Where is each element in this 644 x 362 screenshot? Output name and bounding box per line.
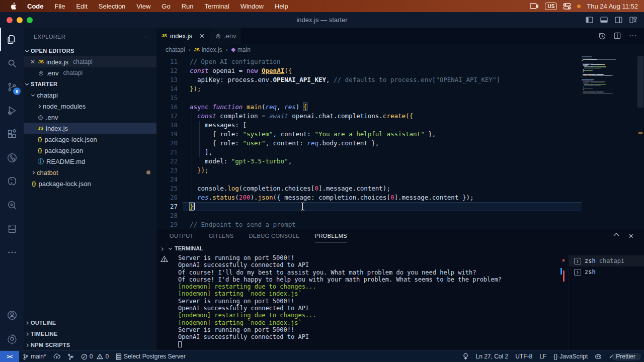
explorer-actions-icon[interactable]: ··· [143, 34, 150, 40]
extensions-icon[interactable] [0, 122, 24, 146]
line-number[interactable]: 22 [156, 157, 183, 166]
line-numbers[interactable]: 11121314151617181920212223242526272829 [156, 57, 183, 229]
close-icon[interactable]: ✕ [30, 58, 36, 65]
panel-tab-debug-console[interactable]: DEBUG CONSOLE [249, 229, 300, 242]
gitlens-icon[interactable] [0, 146, 24, 169]
menu-terminal[interactable]: Terminal [199, 3, 235, 10]
panel-tab-output[interactable]: OUTPUT [170, 229, 194, 242]
tree-item-chatapi[interactable]: chatapi [24, 89, 156, 101]
terminal-output[interactable]: Server is running on port 5000!!OpenAI s… [156, 254, 569, 350]
line-number[interactable]: 13 [156, 75, 183, 84]
keyboard-layout-badge[interactable]: US [545, 3, 557, 10]
postgres-server-item[interactable]: Select Postgres Server [112, 351, 189, 362]
tree-item-chatbot[interactable]: chatbot [24, 167, 156, 178]
panel-maximize-icon[interactable] [613, 232, 619, 240]
line-number[interactable]: 19 [156, 130, 183, 139]
terminal-instance-zsh-chatapi[interactable]: ❯ zsh chatapi [569, 255, 644, 266]
toggle-secondary-sidebar-icon[interactable] [615, 17, 622, 23]
line-number[interactable]: 15 [156, 94, 183, 103]
run-debug-icon[interactable] [0, 99, 24, 122]
gitlens-graph-icon[interactable] [64, 351, 77, 362]
menu-file[interactable]: File [49, 3, 71, 10]
code-lines[interactable]: // Open AI configurationconst openai = n… [183, 57, 500, 229]
section-npm-scripts[interactable]: NPM SCRIPTS [24, 339, 156, 350]
gitlens-inspect-icon[interactable] [0, 193, 24, 217]
ports-icon[interactable] [459, 353, 472, 360]
terminal-section-label[interactable]: TERMINAL [175, 245, 203, 251]
line-number[interactable]: 29 [156, 220, 183, 229]
cursor-position-item[interactable]: Ln 27, Col 2 [472, 353, 512, 360]
remote-explorer-icon[interactable] [0, 217, 24, 240]
screen-mirror-icon[interactable] [530, 3, 539, 10]
line-number[interactable]: 18 [156, 121, 183, 130]
close-tab-icon[interactable]: ✕ [199, 32, 205, 40]
line-number[interactable]: 14 [156, 84, 183, 94]
code-editor[interactable]: 11121314151617181920212223242526272829 /… [156, 55, 644, 229]
source-control-icon[interactable]: 8 [0, 75, 24, 99]
menu-edit[interactable]: Edit [70, 3, 93, 10]
line-number[interactable]: 28 [156, 211, 183, 220]
copilot-icon[interactable] [591, 353, 605, 359]
line-number[interactable]: 16 [156, 103, 183, 112]
zoom-window-button[interactable] [27, 17, 33, 23]
line-number[interactable]: 20 [156, 139, 183, 148]
menu-view[interactable]: View [131, 3, 156, 10]
tab-index.js[interactable]: JSindex.js ✕ [156, 28, 210, 44]
line-number[interactable]: 25 [156, 184, 183, 193]
problems-item[interactable]: 0 0 [77, 351, 112, 362]
open-editor-index.js[interactable]: ✕ JS index.js chatapi [24, 56, 156, 67]
menu-help[interactable]: Help [269, 3, 294, 10]
toggle-panel-icon[interactable] [600, 17, 608, 23]
section-timeline[interactable]: TIMELINE [24, 328, 156, 339]
menu-clock[interactable]: Thu 24 Aug 11:52 [587, 3, 638, 10]
encoding-item[interactable]: UTF-8 [512, 353, 536, 360]
eol-item[interactable]: LF [536, 353, 550, 360]
tree-item-index.js[interactable]: JSindex.js [24, 123, 156, 134]
split-editor-icon[interactable] [614, 32, 621, 39]
breadcrumb-chatapi[interactable]: chatapi [166, 46, 185, 53]
panel-expand-chevron-icon[interactable] [160, 245, 163, 251]
tree-item-.env[interactable]: .env [24, 112, 156, 123]
line-number[interactable]: 21 [156, 148, 183, 157]
more-views-icon[interactable] [0, 240, 24, 264]
editor-scrollbar[interactable] [637, 55, 644, 229]
menu-go[interactable]: Go [156, 3, 176, 10]
toggle-primary-sidebar-icon[interactable] [586, 17, 593, 23]
section-outline[interactable]: OUTLINE [24, 317, 156, 328]
tree-item-package-lock.json[interactable]: {}package-lock.json [24, 178, 156, 189]
close-window-button[interactable] [7, 17, 13, 23]
menu-window[interactable]: Window [235, 3, 269, 10]
panel-close-icon[interactable]: ✕ [628, 232, 634, 240]
line-number[interactable]: 26 [156, 193, 183, 202]
starter-section[interactable]: STARTER [24, 78, 156, 89]
minimize-window-button[interactable] [17, 17, 23, 23]
tree-item-node_modules[interactable]: node_modules [24, 101, 156, 112]
line-number[interactable]: 27 [156, 202, 183, 211]
menu-code[interactable]: Code [22, 3, 49, 10]
open-editor-.env[interactable]: .env chatapi [24, 67, 156, 78]
account-icon[interactable] [0, 303, 24, 327]
postgres-icon[interactable] [0, 169, 24, 193]
menu-run[interactable]: Run [176, 3, 199, 10]
tree-item-README.md[interactable]: iREADME.md [24, 156, 156, 167]
line-number[interactable]: 17 [156, 112, 183, 121]
terminal-instance-zsh[interactable]: ❯ zsh [569, 266, 644, 278]
minimap[interactable] [582, 56, 637, 96]
line-number[interactable]: 12 [156, 66, 183, 75]
breadcrumb-index.js[interactable]: JSindex.js [194, 46, 222, 53]
settings-gear-icon[interactable] [0, 327, 24, 350]
line-number[interactable]: 11 [156, 57, 183, 66]
tree-item-package-lock.json[interactable]: {}package-lock.json [24, 134, 156, 145]
line-number[interactable]: 23 [156, 166, 183, 175]
panel-tab-gitlens[interactable]: GITLENS [209, 229, 234, 242]
search-icon[interactable] [0, 51, 24, 75]
terminal-section-chevron-icon[interactable] [169, 246, 172, 249]
apple-logo-icon[interactable] [10, 3, 17, 10]
panel-tab-problems[interactable]: PROBLEMS [315, 229, 347, 242]
customize-layout-icon[interactable] [629, 17, 637, 23]
git-branch-item[interactable]: main* [19, 351, 50, 362]
explorer-icon[interactable] [0, 28, 24, 51]
breadcrumb-main[interactable]: ◈main [231, 46, 250, 53]
timeline-history-icon[interactable] [598, 32, 606, 40]
tab-.env[interactable]: .env [210, 28, 242, 44]
